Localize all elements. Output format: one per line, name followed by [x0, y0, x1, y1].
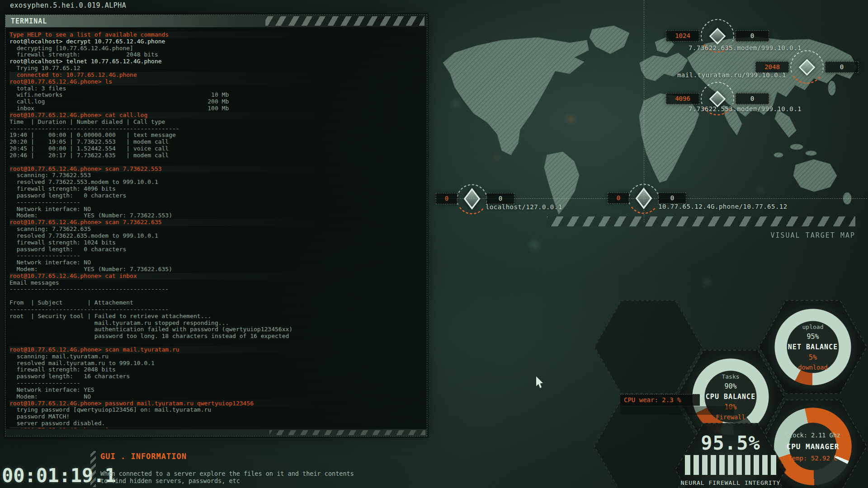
terminal-line: root@10.77.65.12.4G.phone> ls — [9, 79, 427, 85]
integrity-bar-icon — [762, 455, 768, 475]
integrity-bar-icon — [693, 455, 699, 475]
integrity-bar-icon — [736, 455, 742, 475]
terminal-line: password length: 16 characters — [9, 373, 427, 380]
terminal-line: root@localhost> decrypt 10.77.65.12.4G.p… — [9, 38, 427, 45]
terminal-line: authentication failed with password (qwe… — [9, 326, 427, 333]
counter-badge: 0 — [658, 192, 686, 204]
terminal-line: wifi.networks 10 Mb — [9, 92, 427, 99]
terminal-line: ----------------------------------------… — [9, 126, 427, 132]
terminal-line: 20:45 | 00:00 | 1.52442.554 | voice call — [9, 145, 427, 152]
terminal-line: root@10.77.65.12.4G.phone> password mail… — [9, 400, 427, 407]
terminal-line: firewall strength: 2048 bits — [9, 366, 427, 373]
session-timer: 00:01:19.1 — [2, 465, 116, 487]
terminal-line: Modem: YES (Number: 7.73622.553) — [9, 212, 427, 219]
map-hazard-bar — [547, 216, 855, 226]
temp-label: Temp: 52.92 C — [788, 455, 838, 462]
terminal-line: Type HELP to see a list of available com… — [9, 32, 427, 38]
upload-value: 95% — [807, 333, 819, 341]
integrity-bar-icon — [719, 455, 725, 475]
neural-firewall-panel: 95.5% NEURAL FIREWALL INTEGRITY — [675, 432, 786, 486]
counter-badge: 0 — [736, 93, 769, 104]
terminal-line: password MATCH! — [9, 413, 427, 420]
terminal-line — [9, 340, 427, 347]
terminal-line: resolved 7.73622.635.modem to 999.10.0.1 — [9, 233, 427, 239]
bokeh-dot — [530, 240, 539, 249]
terminal-line: root@10.77.65.12.4G.phone> cat call.log — [9, 112, 427, 119]
terminal-line: resolved mail.tyuratam.ru to 999.10.0.1 — [9, 360, 427, 367]
terminal-line: mail.tyuratam.ru stopped responding... — [9, 320, 427, 327]
terminal-line: firewall strength: 1024 bits — [9, 239, 427, 246]
terminal-line — [9, 159, 427, 166]
bokeh-dot — [703, 278, 711, 286]
terminal-line: Modem: YES (Number: 7.73622.635) — [9, 266, 427, 273]
terminal-line: Modem: NO — [9, 394, 427, 400]
terminal-line: scanning: 7.73622.635 — [9, 226, 427, 233]
terminal-line: root@localhost> telnet 10.77.65.12.4G.ph… — [9, 58, 427, 65]
clock-label: Clock: 2.11 Ghz — [785, 432, 840, 439]
terminal-line: password too long. 18 characters instead… — [9, 333, 427, 340]
terminal-line: root@10.77.65.12.4G.phone> scan mail.tyu… — [9, 347, 427, 353]
firewall-badge: 1024 — [666, 30, 699, 42]
terminal-line — [9, 293, 427, 300]
download-label: download — [798, 364, 827, 371]
terminal-line: 20:20 | 19:05 | 7.73622.553 | modem call — [9, 139, 427, 145]
firewall-badge: 0 — [436, 193, 458, 204]
terminal-line: 19:40 | 00:00 | 0.00000.000 | text messa… — [9, 132, 427, 139]
upload-label: upload — [802, 324, 824, 330]
cpu-balance-title: CPU BALANCE — [706, 393, 755, 401]
integrity-bar-icon — [771, 455, 776, 475]
terminal-header[interactable]: TERMINAL — [5, 15, 427, 28]
terminal-line: root@10.77.65.12.4G.phone> | — [9, 427, 427, 428]
info-hazard-divider-icon — [90, 451, 96, 487]
terminal-line: server password disabled. — [9, 420, 427, 427]
terminal-line: trying password [qwertyuiop123456] on: m… — [9, 407, 427, 413]
terminal-line: root@10.77.65.12.4G.phone> scan 7.73622.… — [9, 166, 427, 173]
terminal-line: firewall strength: 2048 bits — [9, 52, 427, 58]
gui-information-title: GUI . INFORMATION — [100, 452, 187, 461]
integrity-bar-icon — [711, 455, 716, 475]
terminal-line: firewall strength: 4096 bits — [9, 186, 427, 192]
terminal-line: ------------------ — [9, 380, 427, 387]
visual-target-map-label: VISUAL TARGET MAP — [723, 231, 855, 239]
node-label: mail.tyuratam.ru/999.10.0.1 — [677, 71, 786, 79]
terminal-line: root@10.77.65.12.4G.phone> cat inbox — [9, 273, 427, 280]
gui-information-line: When connected to a server explore the f… — [100, 470, 354, 477]
cpu-wear-shadow-panel — [620, 406, 734, 415]
cpu-wear-label: CPU wear: 2.3 % — [620, 394, 700, 406]
terminal-line: decrypting [10.77.65.12.4G.phone] — [9, 45, 427, 52]
counter-badge: 0 — [736, 30, 769, 42]
tasks-label: Tasks — [722, 373, 739, 380]
integrity-bar-icon — [702, 455, 708, 475]
terminal-line: ------------------ — [9, 199, 427, 206]
terminal-line: total: 3 files — [9, 85, 427, 92]
firewall-badge: 4096 — [666, 93, 699, 104]
integrity-bar-icon — [754, 455, 759, 475]
terminal-line: ----------------------------------------… — [9, 286, 427, 293]
terminal-footer — [5, 429, 427, 436]
terminal-line: password length: 0 characters — [9, 246, 427, 253]
terminal-line: Time | Duration | Number dialed | Call t… — [9, 119, 427, 126]
terminal-line: From | Subject | Attachement — [9, 300, 427, 306]
download-value: 5% — [809, 353, 817, 361]
terminal-title: TERMINAL — [11, 17, 47, 25]
tasks-value: 90% — [724, 382, 736, 390]
firewall-badge: 0 — [608, 192, 629, 204]
net-balance-title: NET BALANCE — [788, 343, 838, 351]
neural-firewall-value: 95.5% — [675, 432, 786, 454]
node-label: localhost/127.0.0.1 — [486, 203, 562, 211]
mouse-cursor-icon — [536, 376, 547, 389]
terminal-line: connected to: 10.77.65.12.4G.phone — [9, 72, 427, 79]
node-label: 10.77.65.12.4G.phone/10.77.65.12 — [658, 203, 788, 210]
terminal-line: ------------------ — [9, 253, 427, 259]
terminal-line: scanning: 7.73622.553 — [9, 172, 427, 179]
terminal-line: 20:46 | 20:17 | 7.73622.635 | modem call — [9, 152, 427, 159]
terminal-body[interactable]: Type HELP to see a list of available com… — [5, 28, 427, 428]
integrity-bar-icon — [745, 455, 750, 475]
terminal-line: Network interface: NO — [9, 206, 427, 213]
terminal-line: password length: 0 characters — [9, 192, 427, 199]
terminal-line: ----------------------------------------… — [9, 306, 427, 313]
integrity-bar-icon — [685, 455, 690, 475]
neural-firewall-label: NEURAL FIREWALL INTEGRITY — [675, 479, 786, 486]
app-version-title: exosyphen.5.hei.0.019.ALPHA — [10, 1, 126, 9]
counter-badge: 0 — [825, 61, 859, 73]
